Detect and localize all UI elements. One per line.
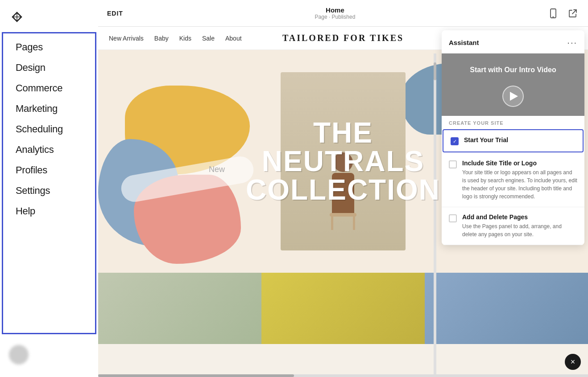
topbar-right — [547, 7, 579, 20]
website-title: TAILORED FOR TIKES — [282, 33, 404, 43]
sidebar-item-settings[interactable]: Settings — [3, 180, 95, 201]
sidebar-item-pages[interactable]: Pages — [3, 37, 95, 57]
sidebar-navigation: Pages Design Commerce Marketing Scheduli… — [2, 32, 96, 334]
external-link-icon[interactable] — [567, 7, 579, 20]
video-card[interactable]: Start with Our Intro Video — [442, 53, 584, 116]
assistant-checklist: Start Your Trial Include Site Title or L… — [442, 128, 584, 245]
thumbnail-1[interactable] — [98, 273, 261, 344]
play-button[interactable] — [502, 86, 524, 107]
sidebar-item-help[interactable]: Help — [3, 201, 95, 221]
assistant-more-button[interactable]: ··· — [567, 37, 577, 48]
main-area: EDIT Home Page · Published — [98, 0, 588, 377]
page-status: Page · Published — [315, 14, 356, 20]
sidebar-item-commerce[interactable]: Commerce — [3, 78, 95, 98]
squarespace-logo-icon — [9, 9, 25, 25]
nav-link-sale[interactable]: Sale — [202, 35, 215, 42]
website-nav-links: New Arrivals Baby Kids Sale About — [109, 35, 242, 42]
product-thumbnails-row — [98, 273, 588, 344]
checklist-title-logo: Include Site Title or Logo — [462, 160, 577, 167]
topbar-left: EDIT — [107, 10, 123, 17]
checklist-item-pages[interactable]: Add and Delete Pages Use the Pages panel… — [442, 207, 584, 245]
bottom-scrollbar[interactable] — [98, 374, 588, 377]
thumbnail-2[interactable] — [261, 273, 425, 344]
play-triangle-icon — [510, 92, 518, 101]
create-site-label: CREATE YOUR SITE — [442, 116, 584, 128]
checklist-item-logo[interactable]: Include Site Title or Logo Your site tit… — [442, 153, 584, 207]
hero-headline-line2: NEUTRALS — [246, 147, 440, 176]
sidebar: Pages Design Commerce Marketing Scheduli… — [0, 0, 98, 377]
sidebar-item-marketing[interactable]: Marketing — [3, 98, 95, 119]
right-scrollbar[interactable] — [434, 53, 436, 377]
close-assistant-button[interactable]: × — [565, 354, 581, 370]
sidebar-item-scheduling[interactable]: Scheduling — [3, 119, 95, 139]
close-icon: × — [571, 357, 576, 367]
nav-link-baby[interactable]: Baby — [154, 35, 169, 42]
video-title: Start with Our Intro Video — [442, 66, 584, 74]
logo-container — [0, 0, 98, 32]
checkbox-start-trial[interactable] — [451, 137, 459, 145]
assistant-panel: Assistant ··· Start with Our Intro Video… — [442, 30, 584, 245]
sidebar-item-profiles[interactable]: Profiles — [3, 160, 95, 180]
svg-rect-2 — [552, 16, 554, 17]
sidebar-item-analytics[interactable]: Analytics — [3, 139, 95, 160]
right-scrollbar-thumb — [434, 62, 436, 80]
checkbox-pages[interactable] — [449, 214, 457, 222]
checklist-desc-pages: Use the Pages panel to add, arrange, and… — [462, 222, 577, 238]
sidebar-item-design[interactable]: Design — [3, 57, 95, 78]
checklist-item-start-trial[interactable]: Start Your Trial — [443, 129, 584, 152]
assistant-header: Assistant ··· — [442, 30, 584, 53]
hero-headline-line1: THE — [246, 119, 440, 147]
new-arrivals-label: New — [209, 165, 225, 174]
topbar: EDIT Home Page · Published — [98, 0, 588, 27]
bottom-scrollbar-thumb — [98, 374, 294, 377]
sidebar-bottom — [0, 334, 98, 377]
checkbox-logo[interactable] — [449, 160, 457, 168]
stool-legs — [331, 217, 355, 230]
stool-top — [330, 213, 356, 217]
checklist-title-pages: Add and Delete Pages — [462, 213, 577, 221]
hero-headline-line3: COLLECTION — [246, 176, 440, 204]
nav-link-about[interactable]: About — [225, 35, 242, 42]
assistant-title: Assistant — [449, 39, 479, 46]
checklist-desc-logo: Your site title or logo appears on all p… — [462, 168, 577, 201]
website-preview: New Arrivals Baby Kids Sale About TAILOR… — [98, 27, 588, 377]
checklist-content-logo: Include Site Title or Logo Your site tit… — [462, 160, 577, 201]
checklist-content-start-trial: Start Your Trial — [464, 136, 508, 145]
edit-label: EDIT — [107, 10, 123, 17]
hero-text: THE NEUTRALS COLLECTION — [246, 119, 440, 204]
nav-link-kids[interactable]: Kids — [179, 35, 191, 42]
thumbnail-3[interactable] — [425, 273, 588, 344]
checklist-content-pages: Add and Delete Pages Use the Pages panel… — [462, 213, 577, 238]
checklist-title-start-trial: Start Your Trial — [464, 136, 508, 143]
avatar[interactable] — [9, 345, 29, 365]
page-name: Home — [326, 6, 344, 14]
nav-link-new-arrivals[interactable]: New Arrivals — [109, 35, 144, 42]
mobile-preview-icon[interactable] — [547, 7, 559, 20]
topbar-center: Home Page · Published — [315, 6, 356, 20]
